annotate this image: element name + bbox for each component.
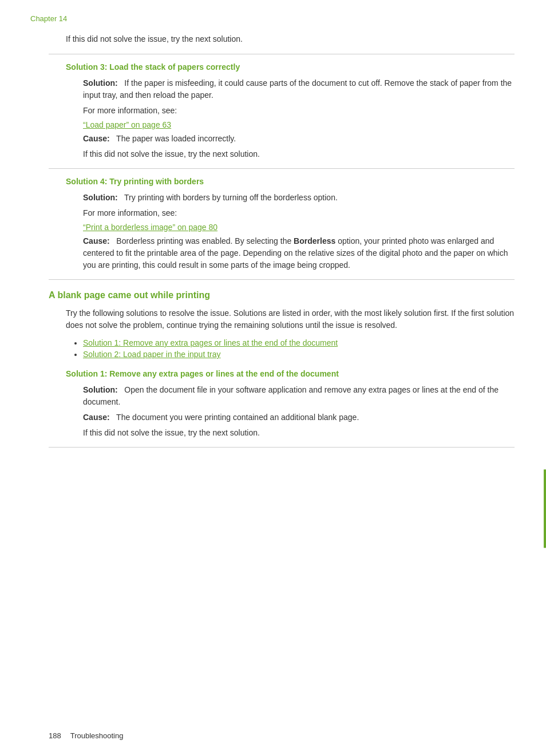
blank-solution1-cause: Cause: The document you were printing co… (83, 411, 515, 423)
solution4-link[interactable]: “Print a borderless image” on page 80 (83, 223, 515, 232)
blank-solution1-cause-label: Cause: (83, 413, 110, 422)
solution3-cause: Cause: The paper was loaded incorrectly. (83, 133, 515, 145)
bullet-link-1[interactable]: Solution 1: Remove any extra pages or li… (83, 338, 338, 347)
blank-solution1-next: If this did not solve the issue, try the… (83, 427, 515, 439)
solution4-cause-bold: Borderless (294, 236, 335, 246)
page-container: Chapter 14 If this did not solve the iss… (0, 0, 546, 756)
blank-solution1-text: Solution: Open the document file in your… (83, 384, 515, 408)
solution3-cause-label: Cause: (83, 134, 110, 143)
blank-solution1-section: Solution 1: Remove any extra pages or li… (49, 369, 515, 439)
blank-page-section: A blank page came out while printing Try… (49, 290, 515, 448)
side-tab: Troubleshooting (544, 469, 546, 548)
solution4-section: Solution 4: Try printing with borders So… (49, 177, 515, 271)
solution4-text: Solution: Try printing with borders by t… (83, 192, 515, 204)
solution4-cause-text-prefix: Borderless printing was enabled. By sele… (116, 236, 294, 246)
footer-page-number: 188 (49, 731, 61, 740)
solution4-for-more: For more information, see: (83, 207, 515, 219)
bullet-item-1: Solution 1: Remove any extra pages or li… (83, 338, 515, 347)
divider-1 (49, 54, 515, 54)
blank-page-heading: A blank page came out while printing (49, 290, 515, 300)
solution3-link[interactable]: “Load paper” on page 63 (83, 120, 515, 129)
solution3-label: Solution: (83, 78, 118, 88)
blank-page-bullets: Solution 1: Remove any extra pages or li… (49, 338, 515, 359)
divider-3 (49, 279, 515, 280)
solution3-text: Solution: If the paper is misfeeding, it… (83, 77, 515, 101)
solution3-section: Solution 3: Load the stack of papers cor… (49, 62, 515, 160)
solution3-detail: If the paper is misfeeding, it could cau… (83, 78, 512, 100)
bullet-item-2: Solution 2: Load paper in the input tray (83, 350, 515, 359)
blank-solution1-detail: Open the document file in your software … (83, 385, 498, 406)
blank-solution1-label: Solution: (83, 385, 118, 394)
solution3-for-more: For more information, see: (83, 105, 515, 117)
footer-label: Troubleshooting (70, 731, 124, 740)
solution3-cause-text: The paper was loaded incorrectly. (116, 134, 236, 143)
main-content: If this did not solve the issue, try the… (49, 0, 515, 448)
intro-text: If this did not solve the issue, try the… (49, 34, 515, 43)
solution3-heading: Solution 3: Load the stack of papers cor… (49, 62, 515, 72)
solution4-cause: Cause: Borderless printing was enabled. … (83, 235, 515, 271)
solution4-label: Solution: (83, 193, 118, 202)
solution3-next: If this did not solve the issue, try the… (83, 148, 515, 160)
blank-page-intro: Try the following solutions to resolve t… (49, 307, 515, 331)
blank-solution1-cause-text: The document you were printing contained… (116, 413, 359, 422)
divider-4 (49, 447, 515, 448)
chapter-label: Chapter 14 (30, 14, 67, 23)
blank-solution1-heading: Solution 1: Remove any extra pages or li… (49, 369, 515, 378)
solution4-detail: Try printing with borders by turning off… (124, 193, 338, 202)
footer: 188 Troubleshooting (49, 731, 515, 740)
solution3-body: Solution: If the paper is misfeeding, it… (49, 77, 515, 160)
blank-solution1-body: Solution: Open the document file in your… (49, 384, 515, 439)
solution4-body: Solution: Try printing with borders by t… (49, 192, 515, 271)
divider-2 (49, 168, 515, 169)
bullet-link-2[interactable]: Solution 2: Load paper in the input tray (83, 350, 221, 359)
solution4-cause-label: Cause: (83, 236, 110, 246)
solution4-heading: Solution 4: Try printing with borders (49, 177, 515, 186)
